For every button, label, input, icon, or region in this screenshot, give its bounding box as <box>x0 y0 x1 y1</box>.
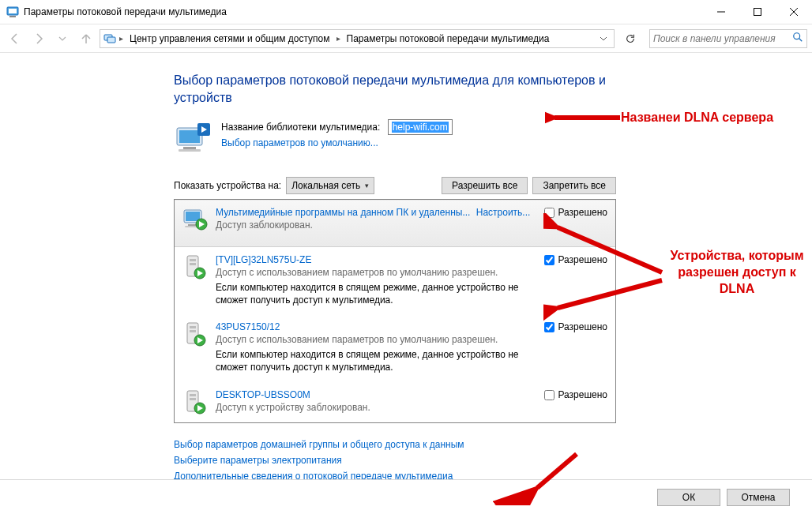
up-button[interactable] <box>76 28 96 49</box>
homegroup-link[interactable]: Выбор параметров домашней группы и общег… <box>174 439 796 450</box>
maximize-button[interactable] <box>739 0 776 24</box>
close-button[interactable] <box>776 0 812 24</box>
device-allow-toggle[interactable]: Разрешено <box>544 254 607 306</box>
svg-point-9 <box>794 33 800 39</box>
back-button[interactable] <box>5 28 25 49</box>
device-status: Доступ с использованием параметров по ум… <box>216 334 536 345</box>
device-status: Доступ с использованием параметров по ум… <box>216 267 536 278</box>
device-allow-label: Разрешено <box>558 254 607 265</box>
minimize-button[interactable] <box>703 0 739 24</box>
devices-list[interactable]: Мультимедийные программы на данном ПК и … <box>174 199 616 423</box>
chevron-right-icon: ▸ <box>336 34 340 43</box>
breadcrumb-level1[interactable]: Центр управления сетями и общим доступом <box>126 33 333 44</box>
device-status: Доступ заблокирован. <box>216 219 536 231</box>
device-allow-label: Разрешено <box>558 207 607 218</box>
device-row[interactable]: 43PUS7150/12 Доступ с использованием пар… <box>175 314 615 381</box>
svg-rect-13 <box>183 147 196 149</box>
svg-rect-24 <box>190 259 196 261</box>
device-icon <box>182 389 208 421</box>
search-input[interactable] <box>653 33 792 44</box>
allow-all-button[interactable]: Разрешить все <box>442 177 528 194</box>
titlebar: Параметры потоковой передачи мультимедиа <box>0 0 812 24</box>
device-allow-toggle[interactable]: Разрешено <box>544 321 607 373</box>
device-row[interactable]: DESKTOP-UBSSO0M Доступ к устройству забл… <box>175 382 615 423</box>
search-icon[interactable] <box>792 32 803 45</box>
power-settings-link[interactable]: Выберите параметры электропитания <box>174 455 796 466</box>
block-all-button[interactable]: Запретить все <box>532 177 616 194</box>
device-title[interactable]: 43PUS7150/12 <box>216 321 280 332</box>
device-title[interactable]: Мультимедийные программы на данном ПК и … <box>216 207 470 218</box>
svg-line-10 <box>799 39 803 42</box>
cancel-button[interactable]: Отмена <box>727 489 790 506</box>
library-name-label: Название библиотеки мультимедиа: <box>221 122 380 133</box>
search-box[interactable] <box>649 29 807 48</box>
device-allow-checkbox[interactable] <box>544 255 554 265</box>
device-configure-link[interactable]: Настроить... <box>476 207 531 218</box>
show-devices-row: Показать устройства на: Локальная сеть ▾… <box>174 177 616 194</box>
device-title[interactable]: DESKTOP-UBSSO0M <box>216 389 310 400</box>
library-name-input[interactable]: help-wifi.com <box>388 119 453 135</box>
device-status: Доступ к устройству заблокирован. <box>216 402 536 413</box>
chevron-down-icon: ▾ <box>365 182 369 189</box>
device-allow-toggle[interactable]: Разрешено <box>544 207 607 238</box>
chevron-right-icon: ▸ <box>119 34 123 43</box>
window-title: Параметры потоковой передачи мультимедиа <box>24 6 227 17</box>
breadcrumb-level2[interactable]: Параметры потоковой передачи мультимедиа <box>344 33 553 44</box>
device-allow-checkbox[interactable] <box>544 390 554 400</box>
device-icon <box>182 254 208 286</box>
device-note: Если компьютер находится в спящем режиме… <box>216 281 536 306</box>
svg-rect-34 <box>190 394 196 396</box>
device-allow-label: Разрешено <box>558 321 607 332</box>
library-name-row: Название библиотеки мультимедиа: help-wi… <box>174 122 616 159</box>
svg-rect-12 <box>179 130 200 143</box>
network-dropdown[interactable]: Локальная сеть ▾ <box>286 177 374 194</box>
breadcrumb-dropdown[interactable] <box>596 30 611 47</box>
show-devices-label: Показать устройства на: <box>174 180 281 191</box>
network-icon <box>103 32 116 45</box>
svg-rect-4 <box>754 9 761 16</box>
device-note: Если компьютер находится в спящем режиме… <box>216 348 536 373</box>
ok-button[interactable]: ОК <box>657 489 720 506</box>
computer-media-icon <box>174 122 212 159</box>
svg-rect-30 <box>190 330 196 332</box>
device-allow-label: Разрешено <box>558 389 607 400</box>
app-icon <box>6 6 19 18</box>
refresh-button[interactable] <box>621 29 640 48</box>
choose-defaults-link[interactable]: Выбор параметров по умолчанию... <box>221 137 378 148</box>
device-allow-checkbox[interactable] <box>544 322 554 332</box>
bottom-bar: ОК Отмена <box>0 479 812 514</box>
device-row[interactable]: Мультимедийные программы на данном ПК и … <box>175 200 615 247</box>
svg-rect-1 <box>9 9 17 13</box>
recent-dropdown[interactable] <box>52 28 73 49</box>
navbar: ▸ Центр управления сетями и общим доступ… <box>0 24 812 53</box>
device-row[interactable]: [TV][LG]32LN575U-ZE Доступ с использован… <box>175 247 615 314</box>
forward-button[interactable] <box>28 28 49 49</box>
device-icon <box>182 321 208 353</box>
page-title: Выбор параметров потоковой передачи муль… <box>174 72 616 107</box>
svg-rect-14 <box>179 149 201 152</box>
svg-rect-8 <box>107 37 115 43</box>
device-allow-checkbox[interactable] <box>544 208 554 218</box>
device-allow-toggle[interactable]: Разрешено <box>544 389 607 421</box>
svg-rect-2 <box>9 16 16 17</box>
svg-rect-29 <box>190 326 196 328</box>
content-area: Выбор параметров потоковой передачи муль… <box>0 53 812 514</box>
device-title[interactable]: [TV][LG]32LN575U-ZE <box>216 254 311 265</box>
svg-rect-35 <box>190 398 196 400</box>
network-dropdown-value: Локальная сеть <box>291 180 360 191</box>
device-icon <box>182 207 208 238</box>
breadcrumb[interactable]: ▸ Центр управления сетями и общим доступ… <box>100 29 615 48</box>
svg-rect-25 <box>190 263 196 265</box>
